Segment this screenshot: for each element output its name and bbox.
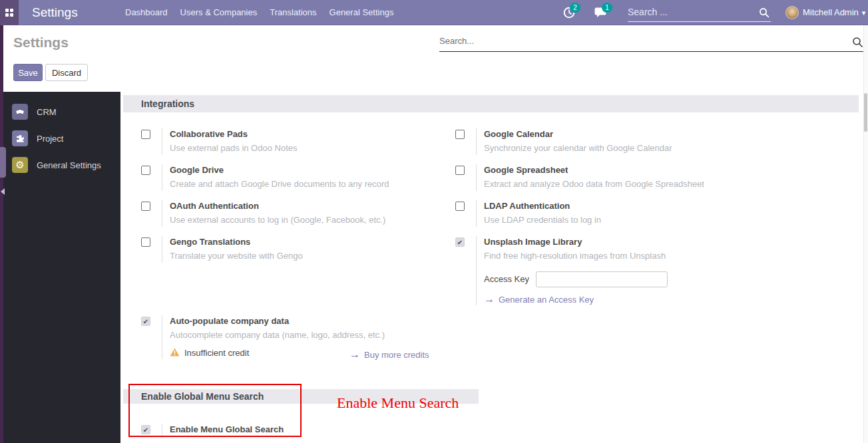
buy-more-credits-link[interactable]: Buy more credits xyxy=(364,350,429,360)
navbar-search xyxy=(628,3,771,22)
app-menu: Dashboard Users & Companies Translations… xyxy=(125,0,393,25)
setting-title[interactable]: Unsplash Image Library xyxy=(484,236,668,248)
setting-title[interactable]: Google Calendar xyxy=(484,128,672,140)
settings-search-icon[interactable] xyxy=(852,37,863,51)
setting-description: Use external pads in Odoo Notes xyxy=(170,142,298,155)
handshake-icon xyxy=(12,104,28,120)
setting-description: Translate your website with Gengo xyxy=(170,249,303,263)
setting-title[interactable]: Gengo Translations xyxy=(170,236,303,248)
apps-menu-button[interactable] xyxy=(0,0,19,25)
setting-title[interactable]: Collaborative Pads xyxy=(170,128,298,140)
setting-row-google-drive: Google Drive Create and attach Google Dr… xyxy=(141,164,427,191)
setting-title[interactable]: Google Drive xyxy=(170,164,389,176)
puzzle-icon xyxy=(12,130,28,146)
apps-grid-icon xyxy=(5,9,13,17)
checkbox-unsplash[interactable] xyxy=(455,237,465,247)
checkbox-ldap-authentication[interactable] xyxy=(455,202,465,211)
setting-title[interactable]: Auto-populate company data xyxy=(170,315,385,327)
activity-count-badge[interactable]: 2 xyxy=(570,3,580,13)
user-avatar[interactable] xyxy=(785,6,799,19)
discard-button[interactable]: Discard xyxy=(45,64,88,81)
setting-description: Find free high-resolution images from Un… xyxy=(484,249,668,263)
setting-row-google-calendar: Google Calendar Synchronize your calenda… xyxy=(455,128,768,155)
setting-description: Autocomplete company data (name, logo, a… xyxy=(170,329,385,342)
arrow-right-icon xyxy=(484,293,499,305)
save-button[interactable]: Save xyxy=(13,64,43,81)
access-key-input[interactable] xyxy=(536,271,668,287)
user-menu[interactable]: Mitchell Admin xyxy=(803,0,865,25)
setting-row-oauth-authentication: OAuth Authentication Use external accoun… xyxy=(141,200,427,227)
access-key-label: Access Key xyxy=(484,274,529,284)
buy-more-credits: Buy more credits xyxy=(349,349,429,361)
gear-icon: ⚙ xyxy=(12,157,28,173)
navbar-search-input[interactable] xyxy=(628,3,751,21)
menu-item-translations[interactable]: Translations xyxy=(270,0,316,25)
page-title: Settings xyxy=(13,35,69,51)
annotation-text: Enable Menu Search xyxy=(337,394,459,412)
navbar-search-icon[interactable] xyxy=(759,7,769,21)
setting-description: Synchronize your calendar with Google Ca… xyxy=(484,142,672,155)
sidebar-item-general-settings[interactable]: ⚙ General Settings xyxy=(0,152,120,178)
integrations-section-header: Integrations xyxy=(123,95,859,112)
menu-item-users-companies[interactable]: Users & Companies xyxy=(180,0,258,25)
setting-row-google-spreadsheet: Google Spreadsheet Extract and analyze O… xyxy=(455,164,768,191)
section-title: Integrations xyxy=(123,95,859,112)
insufficient-credit-text: Insufficient credit xyxy=(184,348,249,358)
sidebar-item-project[interactable]: Project xyxy=(0,125,120,152)
setting-title[interactable]: Google Spreadsheet xyxy=(484,164,704,176)
arrow-right-icon xyxy=(349,349,364,360)
checkbox-collaborative-pads[interactable] xyxy=(141,130,150,139)
setting-row-collaborative-pads: Collaborative Pads Use external pads in … xyxy=(141,128,427,155)
sidebar-item-label: General Settings xyxy=(37,160,101,170)
sidebar-item-crm[interactable]: CRM xyxy=(0,98,120,125)
menu-item-general-settings[interactable]: General Settings xyxy=(329,0,394,25)
messages-count-badge[interactable]: 1 xyxy=(602,3,612,13)
active-item-indicator xyxy=(0,147,6,178)
left-accent-strip xyxy=(0,25,3,443)
setting-description: Use LDAP credentials to log in xyxy=(484,214,601,227)
setting-title[interactable]: OAuth Authentication xyxy=(170,200,385,212)
setting-row-ldap-authentication: LDAP Authentication Use LDAP credentials… xyxy=(455,200,768,227)
sidebar-collapse-icon[interactable] xyxy=(1,188,5,195)
warning-icon xyxy=(170,347,180,359)
sidebar-item-label: CRM xyxy=(37,107,57,117)
setting-description: Use external accounts to log in (Google,… xyxy=(170,214,385,227)
highlight-rectangle xyxy=(128,384,302,437)
scrollbar-track[interactable] xyxy=(863,25,868,443)
user-name: Mitchell Admin xyxy=(803,7,859,17)
setting-title[interactable]: LDAP Authentication xyxy=(484,200,601,212)
app-title: Settings xyxy=(32,0,78,25)
checkbox-google-calendar[interactable] xyxy=(455,130,465,139)
checkbox-oauth-authentication[interactable] xyxy=(141,202,150,211)
setting-description: Extract and analyze Odoo data from Googl… xyxy=(484,178,704,191)
setting-row-gengo-translations: Gengo Translations Translate your websit… xyxy=(141,236,427,263)
generate-access-key-link[interactable]: Generate an Access Key xyxy=(499,295,594,305)
menu-item-dashboard[interactable]: Dashboard xyxy=(125,0,168,25)
setting-row-unsplash: Unsplash Image Library Find free high-re… xyxy=(455,236,768,305)
scrollbar-thumb[interactable] xyxy=(864,93,867,132)
checkbox-gengo-translations[interactable] xyxy=(141,237,150,247)
sidebar-item-label: Project xyxy=(37,134,63,144)
setting-description: Create and attach Google Drive documents… xyxy=(170,178,389,191)
settings-search xyxy=(439,32,863,52)
checkbox-auto-populate[interactable] xyxy=(141,317,150,326)
settings-search-input[interactable] xyxy=(439,32,832,49)
checkbox-google-drive[interactable] xyxy=(141,166,150,175)
top-navbar: Settings Dashboard Users & Companies Tra… xyxy=(0,0,868,25)
checkbox-google-spreadsheet[interactable] xyxy=(455,166,465,175)
